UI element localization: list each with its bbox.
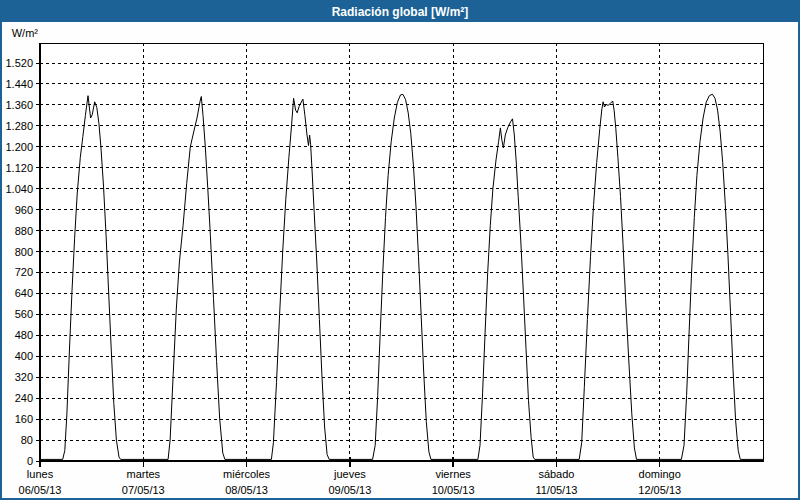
- y-tick-label: 560: [15, 308, 33, 320]
- x-day-date-label: 11/05/13: [535, 484, 577, 496]
- x-day-date-label: 09/05/13: [328, 484, 371, 496]
- y-tick-label: 80: [21, 434, 33, 446]
- y-tick-label: 1.120: [5, 162, 33, 174]
- y-tick-label: 320: [15, 371, 33, 383]
- y-tick-label: 1.280: [5, 120, 33, 132]
- application-window: Radiación global [W/m²] 0801602403204004…: [0, 0, 800, 500]
- y-tick-label: 160: [15, 413, 33, 425]
- x-day-date-label: 08/05/13: [225, 484, 268, 496]
- x-day-name-label: lunes: [27, 468, 54, 480]
- x-day-name-label: domingo: [639, 468, 681, 480]
- y-tick-label: 880: [15, 225, 33, 237]
- y-tick-label: 640: [15, 287, 33, 299]
- y-tick-label: 400: [15, 350, 33, 362]
- y-tick-label: 1.040: [5, 183, 33, 195]
- x-day-name-label: sábado: [538, 468, 574, 480]
- x-day-name-label: miércoles: [223, 468, 271, 480]
- y-tick-label: 240: [15, 392, 33, 404]
- x-day-name-label: martes: [126, 468, 160, 480]
- x-day-name-label: jueves: [333, 468, 366, 480]
- y-tick-label: 0: [27, 455, 33, 467]
- y-tick-label: 960: [15, 204, 33, 216]
- y-tick-label: 1.440: [5, 78, 33, 90]
- chart-area: 0801602403204004805606407208008809601.04…: [2, 22, 798, 498]
- y-tick-label: 800: [15, 246, 33, 258]
- chart-title-bar: Radiación global [W/m²]: [2, 2, 798, 22]
- x-day-date-label: 07/05/13: [122, 484, 165, 496]
- y-tick-label: 1.360: [5, 99, 33, 111]
- y-tick-label: 480: [15, 329, 33, 341]
- radiation-line-chart[interactable]: 0801602403204004805606407208008809601.04…: [2, 22, 800, 500]
- chart-title: Radiación global [W/m²]: [332, 5, 469, 19]
- x-day-date-label: 10/05/13: [432, 484, 475, 496]
- x-day-name-label: viernes: [435, 468, 471, 480]
- x-day-date-label: 06/05/13: [19, 484, 62, 496]
- y-tick-label: 1.200: [5, 141, 33, 153]
- y-tick-label: 1.520: [5, 57, 33, 69]
- x-day-date-label: 12/05/13: [638, 484, 681, 496]
- y-axis-unit-label: W/m²: [12, 27, 39, 39]
- y-tick-label: 720: [15, 266, 33, 278]
